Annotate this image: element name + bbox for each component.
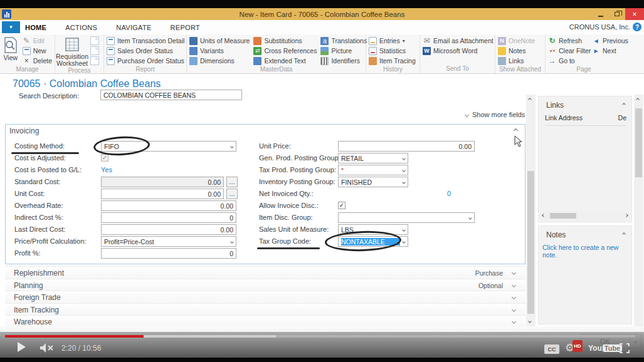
standard-cost-assist-button[interactable]: … [226, 177, 238, 187]
unit-cost-input[interactable]: 0.00 [101, 189, 224, 199]
main-scrollbar[interactable] [526, 95, 536, 326]
field-label: Item Disc. Group: [259, 214, 313, 221]
process-small-button-3[interactable] [90, 56, 99, 65]
purchase-order-status-button[interactable]: Purchase Order Status [107, 56, 184, 66]
scroll-up-icon[interactable] [636, 98, 640, 101]
tab-home[interactable]: HOME [24, 21, 48, 34]
last-direct-cost-input[interactable]: 0.00 [101, 224, 236, 235]
sidebar-scrollbar-thumb[interactable] [635, 108, 642, 177]
email-as-attachment-button[interactable]: ✉Email as Attachment [423, 36, 494, 46]
chevron-down-icon[interactable] [512, 307, 516, 311]
unit-price-input[interactable]: 0.00 [338, 141, 475, 152]
extended-text-button[interactable]: Extended Text [253, 56, 317, 66]
view-button[interactable]: View [3, 36, 19, 66]
item-transaction-detail-button[interactable]: Item Transaction Detail [107, 36, 184, 46]
youtube-logo-button[interactable]: You Tube [588, 344, 622, 353]
notes-button[interactable]: Notes [498, 46, 535, 56]
item-tracing-button[interactable]: Item Tracing [369, 56, 416, 66]
variants-button[interactable]: Variants [189, 46, 250, 56]
process-small-button-2[interactable] [90, 46, 99, 55]
scroll-right-icon[interactable] [625, 214, 628, 217]
delete-button[interactable]: ×Delete [23, 56, 52, 66]
dimensions-button[interactable]: Dimensions [189, 56, 250, 66]
scroll-left-icon[interactable] [542, 214, 546, 217]
tab-actions[interactable]: ACTIONS [64, 21, 98, 34]
notes-collapse-chevron-icon[interactable] [622, 232, 626, 236]
requisition-worksheet-button[interactable]: Requisition Worksheet [58, 36, 87, 67]
scroll-down-icon[interactable] [528, 319, 532, 323]
tab-navigate[interactable]: NAVIGATE [115, 21, 152, 34]
next-button[interactable]: ▶Next [592, 46, 628, 56]
edit-button[interactable]: ✎Edit [23, 36, 52, 46]
costing-method-dropdown[interactable]: FIFO [101, 141, 236, 152]
links-hscrollbar-thumb[interactable] [550, 213, 576, 219]
fasttab-item-tracking[interactable]: Item Tracking [5, 303, 525, 316]
microsoft-word-button[interactable]: WMicrosoft Word [423, 46, 494, 56]
show-more-fields-link[interactable]: Show more fields [465, 111, 525, 118]
play-button[interactable] [18, 342, 26, 352]
cross-references-button[interactable]: ⇄Cross References [253, 46, 317, 56]
overhead-rate-input[interactable]: 0.00 [101, 200, 236, 211]
video-progress-bar[interactable] [5, 335, 635, 338]
scroll-up-icon[interactable] [528, 98, 532, 101]
standard-cost-input[interactable]: 0.00 [101, 177, 224, 187]
links-collapse-chevron-icon[interactable] [622, 103, 626, 106]
close-button[interactable]: × [625, 8, 644, 20]
sidebar-scrollbar[interactable] [634, 95, 643, 334]
process-small-button-1[interactable] [90, 36, 99, 45]
links-hscrollbar[interactable] [540, 212, 630, 220]
help-button[interactable]: ? [633, 23, 641, 31]
item-disc-group-dropdown[interactable] [338, 212, 475, 223]
entries-dropdown-button[interactable]: Entries▾ [369, 36, 416, 46]
inventory-posting-group-dropdown[interactable]: FINISHED [338, 177, 408, 187]
gen-prod-posting-group-dropdown[interactable]: RETAIL [338, 153, 408, 163]
chevron-down-icon[interactable] [512, 282, 516, 287]
fasttab-warehouse[interactable]: Warehouse [5, 315, 525, 328]
new-button[interactable]: New [23, 46, 52, 56]
sales-order-status-button[interactable]: Sales Order Status [107, 46, 184, 56]
settings-gear-button[interactable]: ⚙ HD [565, 343, 574, 353]
profit-pct-input[interactable]: 0 [101, 248, 236, 259]
application-menu-button[interactable]: ▼ [2, 21, 20, 33]
statistics-button[interactable]: Statistics [369, 46, 416, 56]
minimize-button[interactable] [593, 8, 609, 20]
chevron-down-icon[interactable] [512, 319, 516, 324]
tax-group-code-dropdown[interactable]: NONTAXABLE [338, 236, 408, 247]
tab-report[interactable]: REPORT [169, 21, 201, 34]
search-description-input[interactable]: COLOMBIAN COFFEE BEANS [100, 90, 242, 100]
price-profit-calculation-dropdown[interactable]: Profit=Price-Cost [101, 236, 236, 247]
picture-button[interactable]: Picture [320, 46, 367, 56]
indirect-cost-input[interactable]: 0 [101, 212, 236, 223]
identifiers-button[interactable]: Identifiers [320, 56, 367, 66]
goto-button[interactable]: →Go to [548, 56, 588, 66]
translations-button[interactable]: aTranslations [320, 36, 367, 46]
fasttab-foreign-trade[interactable]: Foreign Trade [5, 291, 525, 303]
sales-unit-of-measure-dropdown[interactable]: LBS [338, 224, 408, 235]
chevron-down-icon[interactable] [512, 295, 516, 299]
refresh-button[interactable]: ↻Refresh [548, 36, 588, 46]
captions-button[interactable]: CC [544, 344, 559, 354]
substitutions-button[interactable]: Substitutions [253, 36, 317, 46]
previous-button[interactable]: ◀Previous [592, 36, 628, 46]
main-scrollbar-thumb[interactable] [527, 171, 534, 314]
volume-muted-button[interactable] [40, 343, 54, 353]
chevron-down-icon[interactable] [512, 271, 516, 275]
clear-filter-button[interactable]: ▼×Clear Filter [548, 46, 588, 56]
minimize-icon [598, 16, 603, 17]
fasttab-planning[interactable]: Planning Optional [5, 279, 525, 291]
net-invoiced-qty-link[interactable]: 0 [338, 190, 451, 197]
close-icon: × [632, 10, 636, 19]
fullscreen-button[interactable] [620, 343, 630, 353]
fasttab-replenishment[interactable]: Replenishment Purchase [5, 266, 525, 279]
invoicing-collapse-chevron-icon[interactable] [514, 128, 518, 133]
allow-invoice-disc-checkbox[interactable]: ✓ [338, 202, 346, 209]
create-note-link[interactable]: Click here to create a new note. [542, 244, 631, 259]
restore-button[interactable] [609, 8, 625, 20]
tax-prod-posting-group-dropdown[interactable]: * [338, 165, 408, 175]
onenote-button[interactable]: NOneNote [498, 36, 535, 46]
unit-cost-assist-button[interactable]: … [226, 189, 238, 199]
cost-is-adjusted-checkbox[interactable]: ✓ [101, 154, 108, 162]
links-button[interactable]: Links [498, 56, 535, 66]
cost-is-posted-link[interactable]: Yes [101, 166, 112, 173]
units-of-measure-button[interactable]: Units of Measure [189, 36, 250, 46]
